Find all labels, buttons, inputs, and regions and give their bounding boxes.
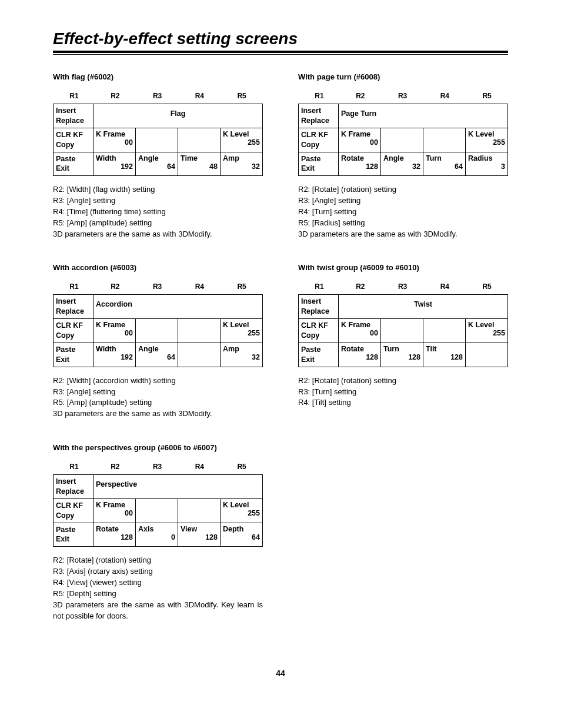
side-cell: CLR KFCopy bbox=[299, 128, 339, 152]
cell bbox=[136, 498, 178, 523]
section-pageturn: With page turn (#6008) R1 R2 R3 R4 R5 In… bbox=[298, 72, 508, 240]
cell: View128 bbox=[178, 523, 221, 547]
cell bbox=[136, 319, 178, 343]
cell: Width192 bbox=[94, 152, 136, 176]
header-r2: R2 bbox=[94, 463, 136, 471]
side-cell: InsertReplace bbox=[54, 475, 94, 499]
cell: Tilt128 bbox=[423, 343, 466, 367]
header-r1: R1 bbox=[299, 92, 339, 100]
cell bbox=[423, 128, 466, 152]
header-r2: R2 bbox=[94, 282, 136, 291]
header-r4: R4 bbox=[424, 92, 466, 100]
cell bbox=[381, 319, 423, 343]
cell bbox=[136, 128, 178, 152]
cell: Axis0 bbox=[136, 523, 178, 547]
cell: Depth64 bbox=[221, 523, 263, 547]
effect-name-cell: Twist bbox=[339, 295, 508, 319]
side-cell: InsertReplace bbox=[54, 104, 94, 128]
section-twist: With twist group (#6009 to #6010) R1 R2 … bbox=[298, 263, 508, 408]
side-cell: InsertReplace bbox=[299, 104, 339, 128]
cell: Turn64 bbox=[423, 152, 466, 176]
note-line: R5: [Radius] setting bbox=[298, 218, 508, 229]
header-r1: R1 bbox=[54, 463, 94, 471]
param-table: InsertReplace Accordion CLR KFCopy K Fra… bbox=[53, 294, 263, 367]
section-accordion: With accordion (#6003) R1 R2 R3 R4 R5 In… bbox=[53, 263, 263, 420]
side-cell: CLR KFCopy bbox=[54, 319, 94, 343]
param-table: InsertReplace Twist CLR KFCopy K Frame00… bbox=[298, 294, 508, 367]
cell: Angle64 bbox=[136, 343, 178, 367]
note-line: R2: [Rotate] (rotation) setting bbox=[298, 375, 508, 387]
cell: Amp32 bbox=[221, 152, 263, 176]
section-title: With accordion (#6003) bbox=[53, 263, 263, 272]
note-line: 3D parameters are the same as with 3DMod… bbox=[53, 408, 263, 420]
notes: R2: [Rotate] (rotation) setting R3: [Ang… bbox=[298, 184, 508, 240]
column-headers: R1 R2 R3 R4 R5 bbox=[53, 92, 263, 100]
note-line: R4: [Turn] setting bbox=[298, 207, 508, 218]
column-headers: R1 R2 R3 R4 R5 bbox=[298, 92, 508, 100]
side-cell: PasteExit bbox=[299, 152, 339, 176]
header-r3: R3 bbox=[382, 92, 424, 100]
cell: K Frame00 bbox=[94, 498, 136, 523]
cell: K Frame00 bbox=[94, 128, 136, 152]
page-title: Effect-by-effect setting screens bbox=[53, 29, 508, 48]
effect-name-cell: Page Turn bbox=[339, 104, 508, 128]
cell: Rotate128 bbox=[339, 343, 381, 367]
side-cell: CLR KFCopy bbox=[54, 128, 94, 152]
effect-name-cell: Perspective bbox=[94, 475, 263, 499]
column-headers: R1 R2 R3 R4 R5 bbox=[53, 282, 263, 291]
cell: K Level255 bbox=[221, 498, 263, 523]
header-r3: R3 bbox=[136, 463, 179, 471]
page-number: 44 bbox=[53, 669, 508, 678]
note-line: 3D parameters are the same as with 3DMod… bbox=[53, 229, 263, 240]
title-rule bbox=[53, 51, 508, 55]
note-line: R2: [Rotate] (rotation) setting bbox=[298, 184, 508, 195]
side-cell: InsertReplace bbox=[299, 295, 339, 319]
note-line: 3D parameters are the same as with 3DMod… bbox=[298, 229, 508, 240]
header-r5: R5 bbox=[466, 92, 508, 100]
notes: R2: [Rotate] (rotation) setting R3: [Tur… bbox=[298, 375, 508, 409]
cell bbox=[178, 343, 221, 367]
section-title: With the perspectives group (#6006 to #6… bbox=[53, 443, 263, 452]
section-title: With flag (#6002) bbox=[53, 72, 263, 81]
header-r3: R3 bbox=[136, 92, 179, 100]
header-r5: R5 bbox=[221, 92, 263, 100]
cell: Width192 bbox=[94, 343, 136, 367]
note-line: R2: [Width] (flag width) setting bbox=[53, 184, 263, 195]
note-line: R5: [Amp] (amplitude) setting bbox=[53, 218, 263, 229]
header-r2: R2 bbox=[339, 92, 382, 100]
header-r4: R4 bbox=[179, 92, 221, 100]
cell: K Frame00 bbox=[339, 319, 381, 343]
cell: K Level255 bbox=[466, 128, 508, 152]
cell: Radius3 bbox=[466, 152, 508, 176]
cell: K Frame00 bbox=[94, 319, 136, 343]
note-line: 3D parameters are the same as with 3DMod… bbox=[53, 600, 263, 622]
cell: Rotate128 bbox=[339, 152, 381, 176]
section-title: With twist group (#6009 to #6010) bbox=[298, 263, 508, 272]
note-line: R3: [Axis] (rotary axis) setting bbox=[53, 566, 263, 577]
header-r1: R1 bbox=[54, 282, 94, 291]
side-cell: PasteExit bbox=[54, 343, 94, 367]
note-line: R5: [Depth] setting bbox=[53, 589, 263, 600]
note-line: R5: [Amp] (amplitude) setting bbox=[53, 397, 263, 408]
side-cell: PasteExit bbox=[54, 523, 94, 547]
header-r4: R4 bbox=[424, 282, 466, 291]
cell: Rotate128 bbox=[94, 523, 136, 547]
notes: R2: [Rotate] (rotation) setting R3: [Axi… bbox=[53, 555, 263, 621]
header-r2: R2 bbox=[94, 92, 136, 100]
header-r3: R3 bbox=[382, 282, 424, 291]
side-cell: CLR KFCopy bbox=[299, 319, 339, 343]
note-line: R4: [View] (viewer) setting bbox=[53, 577, 263, 589]
side-cell: PasteExit bbox=[299, 343, 339, 367]
notes: R2: [Width] (flag width) setting R3: [An… bbox=[53, 184, 263, 240]
header-r4: R4 bbox=[179, 463, 221, 471]
cell bbox=[466, 343, 508, 367]
cell: Angle32 bbox=[381, 152, 423, 176]
note-line: R3: [Turn] setting bbox=[298, 387, 508, 398]
note-line: R3: [Angle] setting bbox=[298, 195, 508, 207]
param-table: InsertReplace Perspective CLR KFCopy K F… bbox=[53, 474, 263, 547]
section-title: With page turn (#6008) bbox=[298, 72, 508, 81]
cell bbox=[178, 498, 221, 523]
cell: K Frame00 bbox=[339, 128, 381, 152]
section-flag: With flag (#6002) R1 R2 R3 R4 R5 InsertR… bbox=[53, 72, 263, 240]
cell bbox=[178, 128, 221, 152]
